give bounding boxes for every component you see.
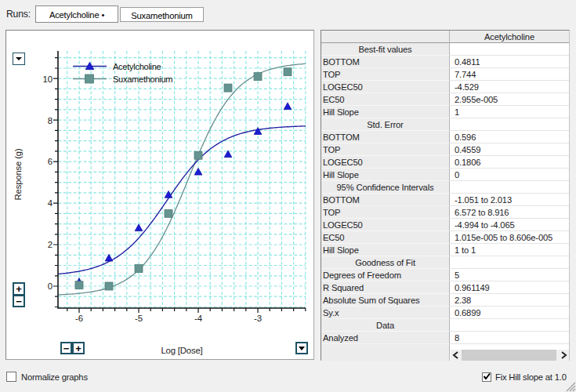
svg-text:-5: -5 [135, 314, 143, 323]
svg-text:-3: -3 [254, 314, 262, 323]
svg-text:4: 4 [48, 198, 53, 208]
svg-text:0: 0 [48, 281, 53, 291]
svg-text:-4: -4 [194, 314, 202, 323]
svg-text:8: 8 [48, 116, 53, 125]
svg-text:Suxamethonium: Suxamethonium [113, 74, 172, 84]
svg-text:Response (g): Response (g) [13, 148, 23, 200]
svg-text:Log [Dose]: Log [Dose] [161, 346, 202, 355]
svg-text:-6: -6 [75, 314, 83, 323]
svg-text:2: 2 [48, 240, 53, 249]
svg-text:6: 6 [48, 157, 53, 166]
svg-text:10: 10 [43, 74, 53, 84]
svg-text:Acetylcholine: Acetylcholine [113, 62, 161, 71]
